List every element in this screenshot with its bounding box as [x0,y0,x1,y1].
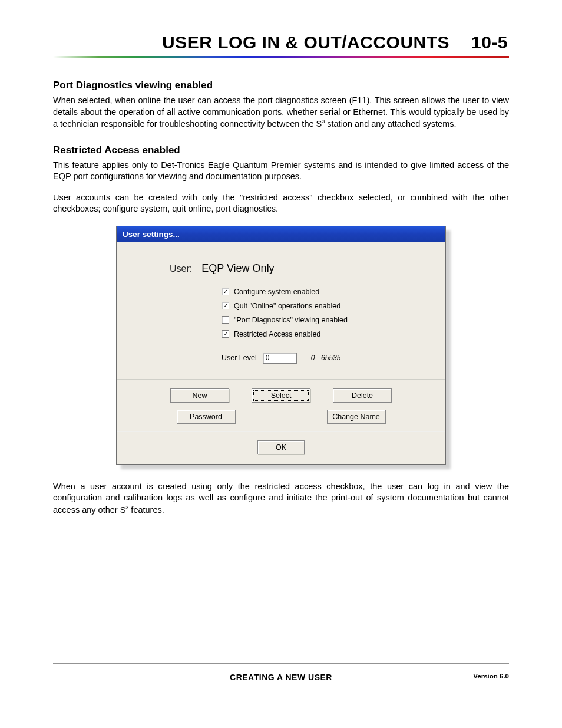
checkbox-quit-online[interactable]: ✓ [222,302,229,309]
checkbox-list: ✓ Configure system enabled ✓ Quit "Onlin… [222,288,434,338]
footer-rule [53,663,509,664]
user-level-label: User Level [222,354,257,362]
new-button[interactable]: New [170,388,229,403]
para-port-diagnostics: When selected, when online the user can … [53,95,509,130]
dialog-separator [117,379,445,380]
page-header: USER LOG IN & OUT/ACCOUNTS 10-5 [53,32,509,52]
user-settings-dialog: User settings... User: EQP View Only ✓ C… [116,226,446,465]
checkbox-port-diagnostics[interactable] [222,316,229,324]
user-settings-dialog-figure: User settings... User: EQP View Only ✓ C… [116,226,446,465]
change-name-button[interactable]: Change Name [327,410,386,424]
section-heading-restricted-access: Restricted Access enabled [53,144,509,156]
dialog-titlebar: User settings... [117,226,445,242]
user-level-input[interactable] [263,353,297,364]
section-heading-port-diagnostics: Port Diagnostics viewing enabled [53,80,509,91]
header-page-number: 10-5 [471,32,508,52]
checkbox-label: "Port Diagnostics" viewing enabled [234,316,348,324]
user-level-range: 0 - 65535 [311,354,341,362]
footer-title: CREATING A NEW USER [230,673,332,682]
para-restricted-1: This feature applies only to Det-Tronics… [53,160,509,183]
ok-button[interactable]: OK [257,440,305,454]
checkbox-label: Restricted Access enabled [234,330,320,338]
checkbox-configure-system[interactable]: ✓ [222,288,229,295]
user-value: EQP View Only [201,262,274,275]
select-button[interactable]: Select [252,388,310,403]
page-footer: CREATING A NEW USER Version 6.0 [53,673,509,682]
checkbox-label: Configure system enabled [234,288,319,296]
checkbox-label: Quit "Online" operations enabled [234,302,340,310]
footer-version: Version 6.0 [473,673,509,680]
header-rule [53,56,509,58]
user-label: User: [170,263,192,274]
delete-button[interactable]: Delete [333,388,392,403]
password-button[interactable]: Password [177,410,236,424]
para-restricted-2: User accounts can be created with only t… [53,192,509,215]
para-after-dialog: When a user account is created using onl… [53,481,509,516]
dialog-separator-2 [117,431,445,432]
checkbox-restricted-access[interactable]: ✓ [222,330,229,338]
header-title-text: USER LOG IN & OUT/ACCOUNTS [162,32,449,52]
